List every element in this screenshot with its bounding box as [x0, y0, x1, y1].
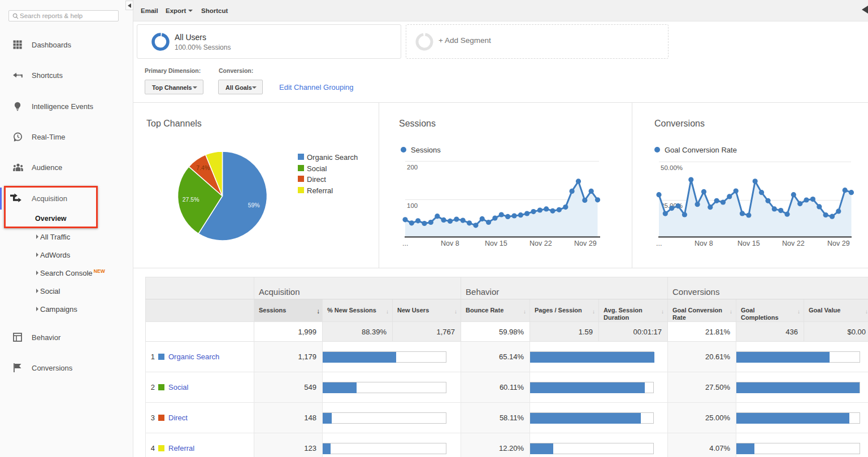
svg-text:27.5%: 27.5%: [183, 196, 199, 203]
svg-text:7.4%: 7.4%: [196, 164, 210, 171]
svg-text:59%: 59%: [248, 202, 260, 208]
